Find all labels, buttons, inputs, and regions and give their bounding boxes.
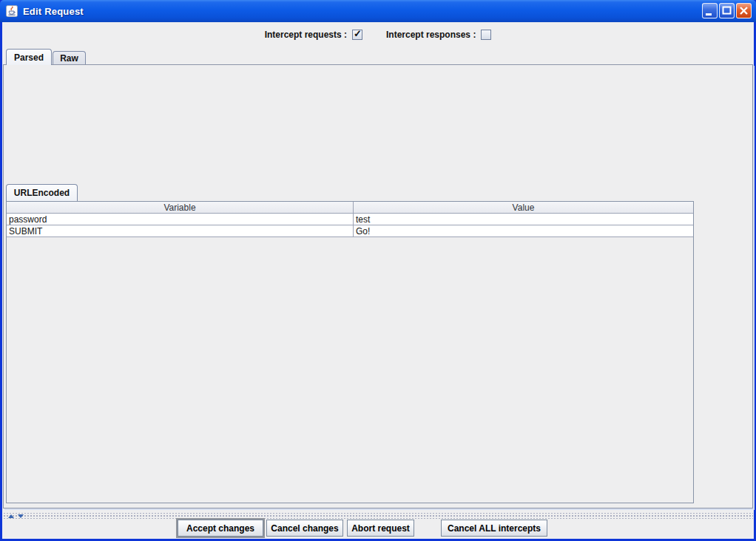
column-value[interactable]: Value [354,202,693,213]
intercept-responses-label: Intercept responses : [386,30,476,40]
tab-urlencoded[interactable]: URLEncoded [6,184,78,201]
params-table-header-row[interactable]: Variable Value [7,202,693,214]
edit-request-window: Edit Request Intercept requests : Interc… [0,0,756,541]
minimize-button[interactable] [702,3,718,18]
collapse-down-icon[interactable] [18,514,24,518]
cancel-all-intercepts-button[interactable]: Cancel ALL intercepts [441,520,547,537]
close-button[interactable] [736,3,752,18]
maximize-button[interactable] [719,3,735,18]
abort-request-label: Abort request [351,523,410,534]
params-table-scrollpane: Variable Value password test SUBMIT Go! [6,201,694,503]
titlebar[interactable]: Edit Request [0,0,756,22]
intercept-requests-label: Intercept requests : [265,30,347,40]
minimize-icon [703,4,717,18]
window-title: Edit Request [23,6,84,17]
tab-raw[interactable]: Raw [53,51,86,65]
abort-request-button[interactable]: Abort request [347,520,414,537]
intercept-requests-checkbox[interactable] [352,30,362,40]
close-icon [737,4,751,18]
param-name[interactable]: SUBMIT [7,225,354,237]
accept-changes-button[interactable]: Accept changes [178,520,263,537]
table-row[interactable]: SUBMIT Go! [7,225,693,237]
java-app-icon [6,5,18,17]
accept-changes-label: Accept changes [186,523,254,534]
param-name[interactable]: password [7,214,354,225]
tab-raw-label: Raw [60,53,78,64]
cancel-changes-label: Cancel changes [271,523,338,534]
cancel-all-intercepts-label: Cancel ALL intercepts [448,523,541,534]
cancel-changes-button[interactable]: Cancel changes [266,520,343,537]
tab-parsed-label: Parsed [14,52,44,63]
tab-urlencoded-label: URLEncoded [14,188,70,198]
splitpane-divider-bottom[interactable] [3,513,753,519]
collapse-up-icon[interactable] [8,514,14,518]
column-variable[interactable]: Variable [7,202,354,213]
param-value[interactable]: Go! [354,225,693,237]
params-table: Variable Value password test SUBMIT Go! [7,202,693,237]
tab-parsed[interactable]: Parsed [6,49,52,65]
intercept-responses-checkbox[interactable] [481,30,491,40]
intercept-options: Intercept requests : Intercept responses… [0,28,756,41]
maximize-icon [720,4,734,18]
param-value[interactable]: test [354,214,693,225]
table-row[interactable]: password test [7,214,693,225]
